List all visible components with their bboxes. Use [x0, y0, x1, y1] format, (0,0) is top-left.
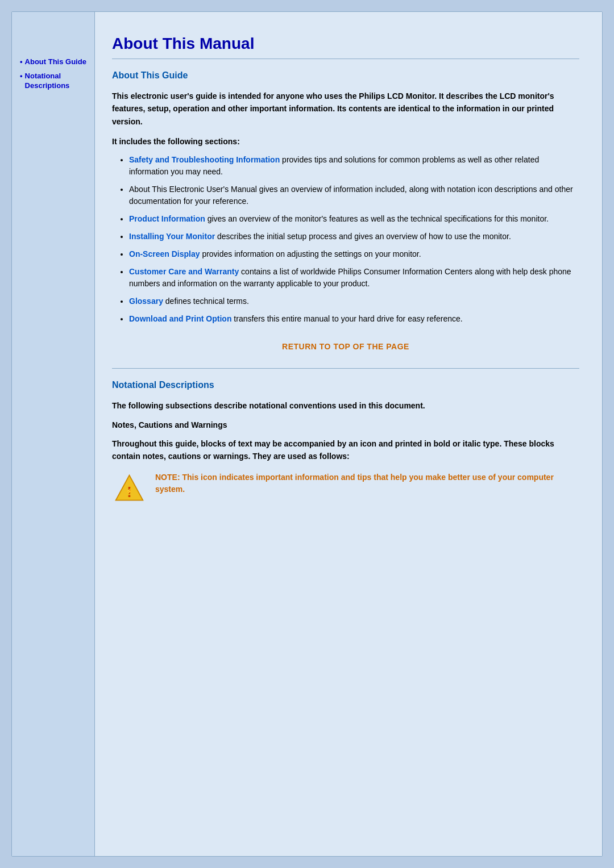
- bullet-7-text: defines technical terms.: [163, 297, 249, 306]
- page-title: About This Manual: [112, 35, 579, 53]
- bullet-8-link[interactable]: Download and Print Option: [129, 314, 231, 323]
- bullet-5-link[interactable]: On-Screen Display: [129, 249, 200, 258]
- bullet-3: Product Information gives an overview of…: [129, 213, 579, 225]
- note-box: ! ⚡ NOTE: This icon indicates important …: [112, 471, 579, 506]
- bullet-5: On-Screen Display provides information o…: [129, 248, 579, 260]
- bullet-6: Customer Care and Warranty contains a li…: [129, 266, 579, 290]
- warning-triangle-icon: ! ⚡: [114, 473, 145, 504]
- bullet-7: Glossary defines technical terms.: [129, 295, 579, 307]
- sidebar-link-about[interactable]: About This Guide: [25, 57, 86, 67]
- sidebar-link-notational[interactable]: Notational Descriptions: [25, 72, 89, 91]
- bullet-4-link[interactable]: Installing Your Monitor: [129, 232, 215, 241]
- sidebar-item-about[interactable]: • About This Guide: [20, 57, 89, 67]
- sidebar: • About This Guide • Notational Descript…: [12, 12, 94, 856]
- notational-title: Notational Descriptions: [112, 380, 579, 390]
- about-guide-section: About This Guide This electronic user's …: [112, 70, 579, 351]
- about-guide-title: About This Guide: [112, 70, 579, 81]
- middle-divider: [112, 368, 579, 369]
- bullet-1: Safety and Troubleshooting Information p…: [129, 154, 579, 178]
- bullet-5-text: provides information on adjusting the se…: [200, 249, 421, 258]
- bullet-3-link[interactable]: Product Information: [129, 214, 205, 223]
- bullet-7-link[interactable]: Glossary: [129, 297, 163, 306]
- note-text: NOTE: This icon indicates important info…: [155, 471, 579, 495]
- bullet-6-link[interactable]: Customer Care and Warranty: [129, 267, 239, 276]
- about-intro-text: This electronic user's guide is intended…: [112, 90, 579, 128]
- sidebar-item-notational[interactable]: • Notational Descriptions: [20, 72, 89, 91]
- notational-body-text: Throughout this guide, blocks of text ma…: [112, 437, 579, 463]
- bullet-dot-1: •: [20, 57, 23, 66]
- bullet-4-text: describes the initial setup process and …: [215, 232, 511, 241]
- notes-cautions-heading: Notes, Cautions and Warnings: [112, 420, 579, 429]
- page-container: • About This Guide • Notational Descript…: [11, 11, 603, 857]
- bullet-dot-2: •: [20, 72, 23, 80]
- bullets-list: Safety and Troubleshooting Information p…: [112, 154, 579, 325]
- includes-text: It includes the following sections:: [112, 137, 579, 146]
- bullet-8: Download and Print Option transfers this…: [129, 313, 579, 325]
- bullet-2: About This Electronic User's Manual give…: [129, 183, 579, 207]
- return-to-top[interactable]: RETURN TO TOP OF THE PAGE: [112, 342, 579, 351]
- svg-text:⚡: ⚡: [126, 487, 133, 495]
- notational-intro: The following subsections describe notat…: [112, 399, 579, 412]
- notational-section: Notational Descriptions The following su…: [112, 380, 579, 506]
- bullet-3-text: gives an overview of the monitor's featu…: [205, 214, 549, 223]
- note-icon: ! ⚡: [112, 471, 146, 506]
- top-divider: [112, 59, 579, 59]
- main-content: About This Manual About This Guide This …: [94, 12, 602, 856]
- bullet-4: Installing Your Monitor describes the in…: [129, 231, 579, 243]
- bullet-1-link[interactable]: Safety and Troubleshooting Information: [129, 155, 280, 164]
- bullet-2-text: About This Electronic User's Manual give…: [129, 185, 573, 206]
- bullet-8-text: transfers this entire manual to your har…: [231, 314, 462, 323]
